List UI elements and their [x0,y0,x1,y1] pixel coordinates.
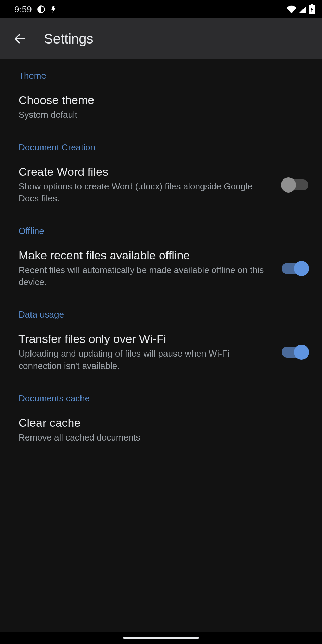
wifi-only-item[interactable]: Transfer files only over Wi-Fi Uploading… [0,323,322,381]
status-left: 9:59 [14,4,59,15]
nav-bar [0,632,322,644]
status-bar: 9:59 [0,0,322,18]
item-text: Transfer files only over Wi-Fi Uploading… [18,332,280,372]
battery-icon [309,4,315,14]
section-header-offline: Offline [0,214,322,239]
toggle-thumb [294,261,309,276]
section-header-theme: Theme [0,59,322,84]
wifi-only-toggle[interactable] [280,344,310,360]
lightning-icon [50,5,59,13]
recent-offline-item[interactable]: Make recent files available offline Rece… [0,239,322,298]
back-button[interactable] [10,28,30,49]
recent-offline-sub: Recent files will automatically be made … [18,264,272,288]
app-bar: Settings [0,18,322,59]
item-text: Choose theme System default [18,94,310,121]
clear-cache-title: Clear cache [18,416,301,430]
create-word-toggle[interactable] [280,177,310,193]
arrow-left-icon [13,32,27,46]
wifi-icon [286,5,297,13]
cell-signal-icon [299,5,307,13]
item-text: Make recent files available offline Rece… [18,249,280,288]
item-text: Clear cache Remove all cached documents [18,416,310,444]
status-right [286,4,315,14]
contrast-icon [37,5,46,14]
nav-handle-icon[interactable] [123,637,199,639]
choose-theme-item[interactable]: Choose theme System default [0,84,322,131]
page-title: Settings [44,31,94,47]
clear-cache-sub: Remove all cached documents [18,432,301,444]
recent-offline-title: Make recent files available offline [18,249,272,262]
create-word-files-item[interactable]: Create Word files Show options to create… [0,156,322,214]
section-header-doc-creation: Document Creation [0,131,322,156]
choose-theme-sub: System default [18,109,301,121]
section-header-data-usage: Data usage [0,298,322,323]
wifi-only-sub: Uploading and updating of files will pau… [18,348,272,372]
recent-offline-toggle[interactable] [280,261,310,276]
choose-theme-title: Choose theme [18,94,301,107]
create-word-title: Create Word files [18,165,272,178]
item-text: Create Word files Show options to create… [18,165,280,205]
wifi-only-title: Transfer files only over Wi-Fi [18,332,272,346]
section-header-cache: Documents cache [0,382,322,407]
toggle-thumb [294,345,309,360]
clear-cache-item[interactable]: Clear cache Remove all cached documents [0,407,322,453]
create-word-sub: Show options to create Word (.docx) file… [18,181,272,205]
settings-content: Theme Choose theme System default Docume… [0,59,322,453]
toggle-thumb [281,177,296,193]
status-time: 9:59 [14,4,32,15]
